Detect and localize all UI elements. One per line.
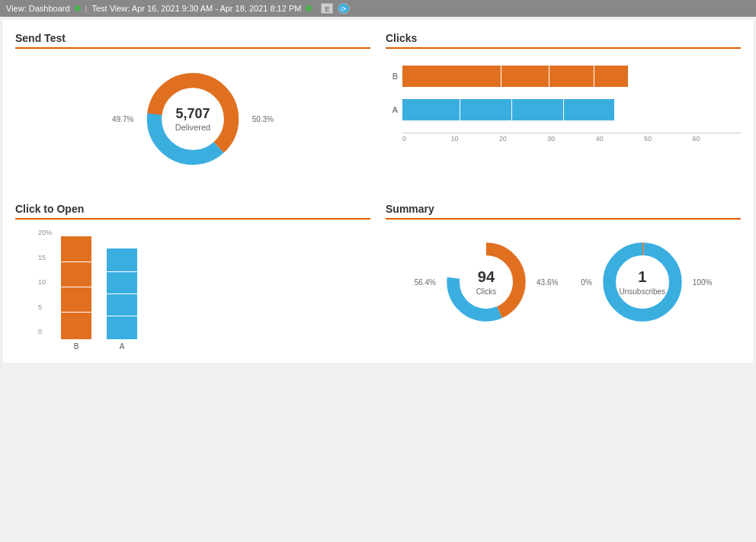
- clicks-x-axis: 0 10 20 30 40 50 60: [402, 133, 741, 143]
- bar-label-a: A: [386, 105, 398, 114]
- vbar-label-b: B: [74, 342, 79, 351]
- summary-unsub-right-pct: 100%: [693, 278, 713, 287]
- top-bar: View: Dashboard | Test View: Apr 16, 202…: [0, 0, 756, 17]
- summary-clicks-text: Clicks: [476, 287, 497, 296]
- summary-unsub-label: 1 Unsubscribes: [620, 268, 666, 297]
- test-view-dot: [306, 5, 312, 11]
- vbar-group-a: A: [107, 236, 137, 351]
- summary-unsub-donut: 1 Unsubscribes: [597, 236, 688, 328]
- summary-unsub-left-pct: 0%: [581, 278, 591, 287]
- send-test-title: Send Test: [15, 32, 370, 49]
- bar-fill-a: [402, 99, 741, 120]
- summary-unsub-text: Unsubscribes: [620, 287, 666, 296]
- tick-50: 50: [644, 133, 692, 143]
- bar-seg: [564, 99, 615, 120]
- y-axis: 20% 15 10 5 0: [38, 229, 58, 335]
- summary-clicks-donut: 94 Clicks: [440, 236, 532, 328]
- summary-content: 56.4% 94 Clicks: [386, 229, 741, 335]
- bar-seg: [512, 99, 563, 120]
- send-test-donut-wrapper: 49.7% 5,707 Delivered 50.3%: [15, 58, 370, 188]
- send-test-value: 5,707: [175, 106, 210, 122]
- send-test-label: Delivered: [175, 123, 210, 132]
- vchart-inner: 20% 15 10 5 0: [38, 229, 370, 351]
- main-content: Send Test 49.7% 5,707 Delivered 50.3%: [3, 20, 753, 363]
- bar-seg: [402, 99, 460, 120]
- dashboard-grid: Send Test 49.7% 5,707 Delivered 50.3%: [15, 32, 741, 351]
- bar-seg: [402, 66, 501, 87]
- y-label-5: 5: [38, 303, 58, 311]
- clicks-bar-row-a: A: [386, 99, 741, 120]
- vbar-group-b: B: [61, 236, 91, 351]
- clicks-bar-row-b: B: [386, 66, 741, 87]
- y-label-0: 0: [38, 328, 58, 335]
- tick-30: 30: [547, 133, 595, 143]
- vbar-a: [107, 236, 137, 339]
- y-label-15: 15: [38, 254, 58, 261]
- clicks-panel: Clicks B A: [386, 32, 741, 188]
- test-view-label: Test View: Apr 16, 2021 9:30 AM - Apr 18…: [91, 4, 301, 13]
- send-test-donut-label: 5,707 Delivered: [175, 106, 210, 133]
- summary-clicks-value: 94: [476, 268, 497, 286]
- vbar-seg: [61, 313, 91, 339]
- vbar-seg: [107, 272, 137, 293]
- bar-label-b: B: [386, 72, 398, 81]
- bar-outer-a: [402, 99, 741, 120]
- vbar-seg: [61, 262, 91, 287]
- y-label-10: 10: [38, 278, 58, 286]
- send-test-panel: Send Test 49.7% 5,707 Delivered 50.3%: [15, 32, 370, 188]
- dashboard-dot: [75, 5, 81, 11]
- summary-title: Summary: [386, 203, 741, 220]
- click-to-open-panel: Click to Open 20% 15 10 5 0: [15, 203, 370, 351]
- vbar-b: [61, 236, 91, 339]
- bar-seg: [460, 99, 511, 120]
- tick-40: 40: [596, 133, 644, 143]
- tick-10: 10: [450, 133, 498, 143]
- bar-seg: [501, 66, 549, 87]
- summary-clicks-label: 94 Clicks: [476, 268, 497, 297]
- tick-60: 60: [693, 133, 741, 143]
- send-test-left-pct: 49.7%: [112, 115, 133, 123]
- y-label-20: 20%: [38, 229, 58, 236]
- summary-clicks-right-pct: 43.6%: [537, 278, 558, 287]
- bar-outer-b: [402, 66, 741, 87]
- summary-unsub-value: 1: [620, 268, 666, 286]
- send-test-donut: 49.7% 5,707 Delivered 50.3%: [139, 66, 246, 172]
- clicks-chart: B A: [386, 58, 741, 143]
- summary-clicks-item: 56.4% 94 Clicks: [415, 236, 559, 328]
- vbar-label-a: A: [120, 342, 125, 351]
- clicks-title: Clicks: [386, 32, 741, 49]
- click-to-open-chart: 20% 15 10 5 0: [15, 229, 370, 351]
- summary-clicks-row: 56.4% 94 Clicks: [415, 236, 559, 328]
- bar-seg: [549, 66, 594, 87]
- summary-panel: Summary 56.4%: [386, 203, 741, 351]
- vbar-seg: [107, 294, 137, 316]
- view-label: View: Dashboard: [6, 4, 70, 13]
- tick-20: 20: [499, 133, 547, 143]
- icon-placeholder-2: ⟳: [338, 3, 350, 14]
- tick-0: 0: [402, 133, 450, 143]
- vbar-seg: [107, 249, 137, 271]
- bar-fill-b: [402, 66, 741, 87]
- click-to-open-title: Click to Open: [15, 203, 370, 220]
- vbar-seg: [61, 236, 91, 261]
- bar-seg: [594, 66, 628, 87]
- vbar-seg: [107, 316, 137, 339]
- summary-unsub-row: 0% 1 Unsubscribes: [581, 236, 712, 328]
- vbars-container: B A: [61, 244, 137, 351]
- icon-placeholder-1: E: [321, 3, 333, 14]
- send-test-right-pct: 50.3%: [252, 115, 274, 123]
- vbar-seg: [61, 287, 91, 312]
- summary-unsub-item: 0% 1 Unsubscribes: [581, 236, 712, 328]
- summary-clicks-left-pct: 56.4%: [415, 278, 436, 287]
